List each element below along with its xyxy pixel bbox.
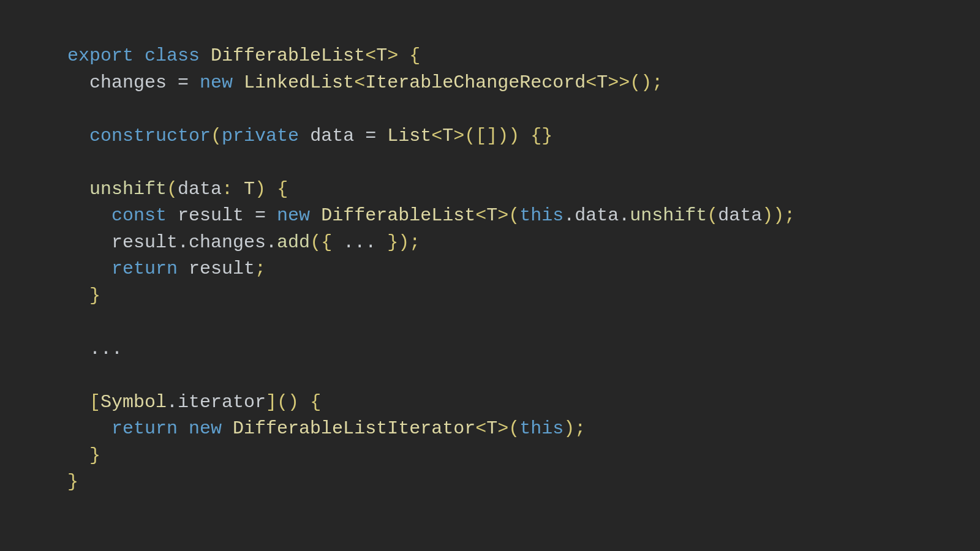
code-token: . bbox=[564, 205, 575, 226]
code-token: data bbox=[310, 126, 354, 146]
code-token: ... bbox=[332, 232, 387, 253]
code-token: : bbox=[222, 179, 244, 200]
code-token: changes bbox=[189, 232, 266, 253]
code-token bbox=[299, 126, 310, 146]
code-token: const bbox=[111, 205, 167, 226]
code-token: < bbox=[431, 126, 442, 146]
code-token: this bbox=[519, 205, 564, 226]
code-token: < bbox=[475, 418, 486, 439]
code-token bbox=[222, 418, 233, 439]
code-token: . bbox=[178, 232, 189, 253]
code-token: > bbox=[453, 126, 464, 146]
code-token: > bbox=[497, 418, 508, 439]
code-token: unshift bbox=[630, 205, 707, 226]
code-token: return bbox=[111, 418, 178, 439]
code-token: result bbox=[189, 258, 255, 279]
code-token: export bbox=[67, 45, 134, 66]
code-token: T bbox=[244, 179, 255, 200]
code-token: = bbox=[167, 72, 200, 93]
code-token: class bbox=[145, 45, 200, 66]
code-token: . bbox=[619, 205, 630, 226]
code-token bbox=[67, 126, 89, 146]
code-token: ([])) bbox=[464, 126, 519, 146]
code-token: LinkedList bbox=[244, 72, 354, 93]
code-token: [ bbox=[89, 392, 100, 413]
code-token: < bbox=[586, 72, 597, 93]
code-token: IterableChangeRecord bbox=[365, 72, 586, 93]
code-token: data bbox=[575, 205, 619, 226]
code-token: DifferableList bbox=[211, 45, 365, 66]
code-token bbox=[67, 418, 111, 439]
code-token: >> bbox=[608, 72, 630, 93]
code-token: T bbox=[376, 45, 387, 66]
code-token: { bbox=[409, 45, 420, 66]
code-token bbox=[167, 205, 178, 226]
code-token: new bbox=[189, 418, 222, 439]
code-token bbox=[67, 72, 89, 93]
code-token: ( bbox=[508, 418, 519, 439]
code-token bbox=[266, 179, 277, 200]
code-token bbox=[67, 232, 111, 253]
code-token: ) bbox=[255, 179, 266, 200]
code-token: List bbox=[387, 126, 431, 146]
code-token: T bbox=[442, 126, 453, 146]
code-token: T bbox=[486, 205, 497, 226]
code-token bbox=[67, 179, 89, 200]
code-token: ( bbox=[508, 205, 519, 226]
code-token: changes bbox=[89, 72, 167, 93]
code-token: new bbox=[200, 72, 233, 93]
code-token bbox=[178, 258, 189, 279]
code-token bbox=[67, 258, 111, 279]
code-token: private bbox=[222, 126, 299, 146]
code-token: ); bbox=[564, 418, 586, 439]
code-token: )); bbox=[762, 205, 795, 226]
code-token: = bbox=[354, 126, 387, 146]
code-token: Symbol bbox=[100, 392, 167, 413]
code-token: < bbox=[354, 72, 365, 93]
code-token: ; bbox=[255, 258, 266, 279]
code-token: . bbox=[167, 392, 178, 413]
code-token: } bbox=[89, 445, 100, 466]
code-token bbox=[67, 285, 89, 306]
code-token: ( bbox=[167, 179, 178, 200]
code-token: < bbox=[475, 205, 486, 226]
code-token: ({ bbox=[310, 232, 332, 253]
code-token: new bbox=[277, 205, 310, 226]
code-token: unshift bbox=[89, 179, 167, 200]
code-token: = bbox=[244, 205, 277, 226]
code-token: DifferableListIterator bbox=[233, 418, 475, 439]
code-block: export class DifferableList<T> { changes… bbox=[0, 0, 980, 496]
code-token bbox=[398, 45, 409, 66]
code-token: . bbox=[266, 232, 277, 253]
code-token: result bbox=[178, 205, 244, 226]
code-token bbox=[519, 126, 530, 146]
code-token bbox=[310, 205, 321, 226]
code-token: } bbox=[67, 471, 78, 492]
code-token: {} bbox=[530, 126, 552, 146]
code-token: ]() bbox=[266, 392, 299, 413]
code-token: (); bbox=[630, 72, 663, 93]
code-token: T bbox=[486, 418, 497, 439]
code-token: < bbox=[365, 45, 376, 66]
code-token: DifferableList bbox=[321, 205, 475, 226]
code-token: ... bbox=[89, 339, 123, 359]
code-token: constructor bbox=[89, 126, 211, 146]
code-token bbox=[67, 392, 89, 413]
code-token: this bbox=[519, 418, 564, 439]
code-token: iterator bbox=[178, 392, 266, 413]
code-token: ( bbox=[211, 126, 222, 146]
code-token bbox=[200, 45, 211, 66]
code-token: { bbox=[277, 179, 288, 200]
code-token: { bbox=[310, 392, 321, 413]
code-token: add bbox=[277, 232, 310, 253]
code-token bbox=[67, 205, 111, 226]
code-token bbox=[67, 445, 89, 466]
code-token: return bbox=[111, 258, 178, 279]
code-token: > bbox=[387, 45, 398, 66]
code-token bbox=[178, 418, 189, 439]
code-token bbox=[67, 339, 89, 359]
code-token bbox=[134, 45, 145, 66]
code-token: T bbox=[597, 72, 608, 93]
code-token: data bbox=[718, 205, 762, 226]
code-token: } bbox=[89, 285, 100, 306]
